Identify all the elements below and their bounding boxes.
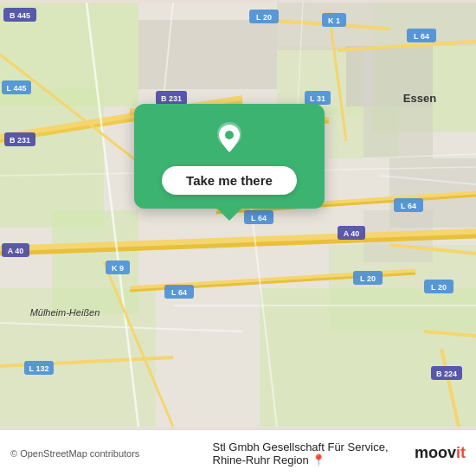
svg-text:L 20: L 20 xyxy=(360,274,376,283)
svg-text:K 9: K 9 xyxy=(112,264,124,273)
svg-text:L 132: L 132 xyxy=(29,364,49,373)
svg-text:A 40: A 40 xyxy=(344,229,360,238)
moovit-logo-text: moovit xyxy=(415,444,466,462)
svg-text:L 64: L 64 xyxy=(171,288,187,297)
svg-text:L 64: L 64 xyxy=(251,214,267,222)
svg-text:L 20: L 20 xyxy=(256,13,272,22)
svg-text:A 40: A 40 xyxy=(8,247,24,255)
svg-rect-10 xyxy=(138,20,277,89)
svg-text:L 31: L 31 xyxy=(310,94,325,103)
svg-point-84 xyxy=(225,131,234,139)
map-area[interactable]: B 445 L 20 K 1 L 64 B 231 B 231 L 31 xyxy=(0,0,476,429)
svg-rect-14 xyxy=(363,106,433,158)
location-pin-icon xyxy=(210,119,248,158)
svg-text:B 231: B 231 xyxy=(10,136,30,145)
copyright-text: © OpenStreetMap contributors xyxy=(10,448,208,459)
location-popup: Take me there xyxy=(134,104,325,209)
location-name: Stl Gmbh Gesellschaft Für Service, Rhine… xyxy=(213,441,410,466)
svg-text:B 231: B 231 xyxy=(161,94,182,103)
svg-text:L 64: L 64 xyxy=(414,32,429,41)
take-me-there-button[interactable]: Take me there xyxy=(162,166,297,195)
svg-rect-2 xyxy=(0,89,104,228)
moovit-logo: moovit xyxy=(415,444,466,462)
svg-text:K 1: K 1 xyxy=(328,16,340,25)
svg-text:B 445: B 445 xyxy=(10,11,30,20)
bottom-bar: © OpenStreetMap contributors Stl Gmbh Ge… xyxy=(0,429,476,476)
svg-text:B 224: B 224 xyxy=(436,370,457,378)
svg-text:Essen: Essen xyxy=(403,92,436,105)
app-container: B 445 L 20 K 1 L 64 B 231 B 231 L 31 xyxy=(0,0,476,476)
svg-text:Mülheim-Heißen: Mülheim-Heißen xyxy=(30,307,100,318)
svg-text:L 20: L 20 xyxy=(431,283,447,292)
svg-text:L 445: L 445 xyxy=(7,84,27,93)
svg-text:L 64: L 64 xyxy=(401,202,416,210)
